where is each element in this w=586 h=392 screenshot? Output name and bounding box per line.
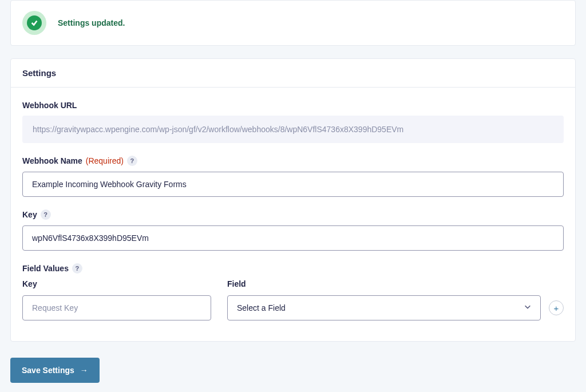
check-icon xyxy=(22,11,46,35)
arrow-right-icon: → xyxy=(80,366,88,375)
key-label: Key xyxy=(22,210,37,219)
key-column-header: Key xyxy=(22,279,211,288)
webhook-name-row: Webhook Name (Required) ? xyxy=(22,156,564,197)
settings-panel: Settings Webhook URL https://gravitywpac… xyxy=(10,58,576,342)
field-column-header: Field xyxy=(227,279,564,288)
webhook-name-input[interactable] xyxy=(22,172,564,197)
key-input[interactable] xyxy=(22,225,564,251)
required-indicator: (Required) xyxy=(86,156,124,165)
help-icon[interactable]: ? xyxy=(41,209,51,220)
field-values-label: Field Values xyxy=(22,264,69,273)
success-alert: Settings updated. xyxy=(10,0,576,46)
save-settings-button[interactable]: Save Settings → xyxy=(10,358,100,383)
webhook-url-value: https://gravitywpacc.wpengine.com/wp-jso… xyxy=(22,116,564,143)
panel-title: Settings xyxy=(22,68,564,78)
add-row-button[interactable]: + xyxy=(549,300,564,315)
request-key-input[interactable] xyxy=(22,295,211,320)
help-icon[interactable]: ? xyxy=(127,156,137,166)
key-row: Key ? xyxy=(22,209,564,251)
panel-header: Settings xyxy=(11,59,575,88)
alert-message: Settings updated. xyxy=(58,18,125,27)
webhook-url-row: Webhook URL https://gravitywpacc.wpengin… xyxy=(22,100,564,143)
webhook-url-label: Webhook URL xyxy=(22,101,77,110)
field-values-section: Field Values ? Key Field Select a Field xyxy=(22,263,564,320)
webhook-name-label: Webhook Name xyxy=(22,156,82,165)
save-button-label: Save Settings xyxy=(22,366,74,375)
field-select[interactable]: Select a Field xyxy=(227,295,541,320)
help-icon[interactable]: ? xyxy=(72,263,82,274)
